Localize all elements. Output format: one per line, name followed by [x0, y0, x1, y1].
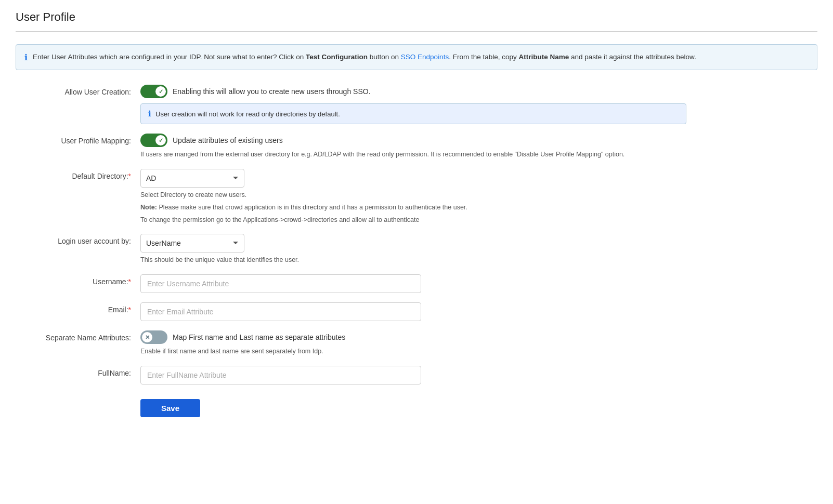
user-profile-mapping-hint: If users are manged from the external us… — [140, 150, 744, 160]
fullname-input[interactable] — [140, 366, 421, 384]
checkmark-icon: ✓ — [159, 88, 163, 95]
page-title: User Profile — [16, 10, 817, 32]
default-directory-row: Default Directory:* AD Local Directory L… — [16, 169, 744, 224]
user-creation-sub-banner: ℹ User creation will not work for read o… — [140, 103, 686, 124]
default-directory-hint1: Select Directory to create new users. — [140, 190, 744, 200]
fullname-label: FullName: — [16, 366, 140, 377]
email-row: Email:* — [16, 302, 744, 321]
username-input[interactable] — [140, 274, 421, 293]
save-content: Save — [140, 394, 744, 417]
allow-user-creation-toggle[interactable]: ✓ — [140, 85, 167, 98]
allow-user-creation-toggle-label: Enabling this will allow you to create n… — [173, 87, 371, 96]
xmark-icon: ✕ — [145, 334, 150, 341]
user-profile-mapping-label: User Profile Mapping: — [16, 134, 140, 145]
default-directory-hint3: To change the permission go to the Appli… — [140, 215, 744, 225]
save-row: Save — [16, 394, 744, 417]
allow-user-creation-label: Allow User Creation: — [16, 85, 140, 96]
separate-name-attributes-toggle[interactable]: ✕ — [140, 330, 167, 344]
login-user-account-hint: This should be the unique value that ide… — [140, 255, 744, 265]
email-label: Email:* — [16, 302, 140, 314]
save-button[interactable]: Save — [140, 399, 200, 417]
fullname-row: FullName: — [16, 366, 744, 384]
sub-banner-info-icon: ℹ — [148, 109, 151, 118]
sso-endpoints-link[interactable]: SSO Endpoints — [401, 53, 449, 61]
username-required-indicator: * — [128, 277, 131, 286]
user-profile-mapping-toggle-label: Update attributes of existing users — [173, 136, 283, 144]
user-profile-mapping-content: ✓ Update attributes of existing users If… — [140, 134, 744, 160]
default-directory-content: AD Local Directory LDAP Select Directory… — [140, 169, 744, 224]
checkmark-icon-2: ✓ — [159, 137, 163, 144]
separate-name-attributes-hint: Enable if first name and last name are s… — [140, 347, 744, 356]
separate-name-attributes-toggle-label: Map First name and Last name as separate… — [173, 333, 345, 341]
username-row: Username:* — [16, 274, 744, 293]
login-user-account-select[interactable]: UserName Email — [140, 234, 244, 253]
email-required-indicator: * — [128, 306, 131, 314]
form-section: Allow User Creation: ✓ Enabling this wil… — [16, 85, 744, 417]
separate-name-attributes-content: ✕ Map First name and Last name as separa… — [140, 330, 744, 356]
username-content — [140, 274, 744, 293]
user-profile-mapping-toggle[interactable]: ✓ — [140, 134, 167, 147]
allow-user-creation-toggle-row: ✓ Enabling this will allow you to create… — [140, 85, 744, 98]
sub-banner-text: User creation will not work for read onl… — [155, 110, 340, 118]
email-input[interactable] — [140, 302, 421, 321]
user-profile-mapping-row: User Profile Mapping: ✓ Update attribute… — [16, 134, 744, 160]
separate-name-attributes-row: Separate Name Attributes: ✕ Map First na… — [16, 330, 744, 356]
default-directory-hint2: Note: Please make sure that crowd applic… — [140, 203, 744, 213]
login-user-account-row: Login user account by: UserName Email Th… — [16, 234, 744, 265]
default-directory-select[interactable]: AD Local Directory LDAP — [140, 169, 244, 188]
save-spacer — [16, 394, 140, 397]
login-user-account-label: Login user account by: — [16, 234, 140, 245]
default-directory-label: Default Directory:* — [16, 169, 140, 180]
login-user-account-content: UserName Email This should be the unique… — [140, 234, 744, 265]
separate-name-attributes-toggle-row: ✕ Map First name and Last name as separa… — [140, 330, 744, 344]
username-label: Username:* — [16, 274, 140, 286]
fullname-content — [140, 366, 744, 384]
info-banner-text: Enter User Attributes which are configur… — [33, 52, 696, 62]
user-profile-mapping-toggle-row: ✓ Update attributes of existing users — [140, 134, 744, 147]
info-banner: ℹ Enter User Attributes which are config… — [16, 44, 817, 70]
required-indicator: * — [128, 172, 131, 180]
separate-name-attributes-label: Separate Name Attributes: — [16, 330, 140, 342]
allow-user-creation-content: ✓ Enabling this will allow you to create… — [140, 85, 744, 124]
allow-user-creation-row: Allow User Creation: ✓ Enabling this wil… — [16, 85, 744, 124]
info-icon: ℹ — [24, 52, 28, 62]
email-content — [140, 302, 744, 321]
